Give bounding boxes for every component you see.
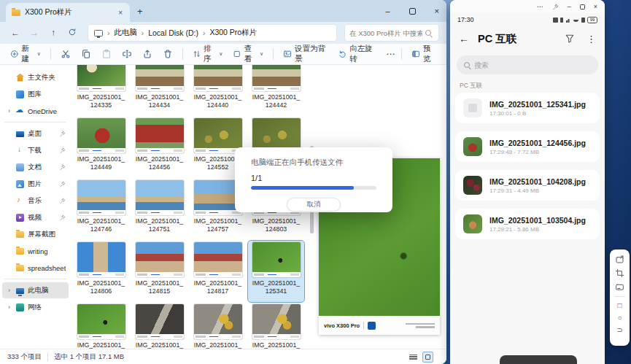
filter-button[interactable] [565, 34, 575, 44]
set-background-button[interactable]: 设置为背景 [279, 42, 332, 66]
transfer-counter: 1/1 [251, 174, 376, 182]
sidebar-item-documents[interactable]: 文档 [2, 159, 69, 175]
sidebar-item-spreadsheet[interactable]: spreadsheet [2, 260, 69, 276]
menu-button[interactable]: ⋮ [587, 34, 596, 44]
close-button[interactable]: × [435, 7, 439, 15]
sidebar-item-music[interactable]: 音乐 [2, 193, 69, 209]
back-button[interactable]: ← [7, 28, 23, 38]
new-button[interactable]: 新建 ∨ [6, 42, 45, 66]
tab-close-button[interactable]: × [117, 9, 124, 17]
cut-button[interactable] [56, 47, 75, 61]
breadcrumb-item[interactable]: 此电脑 [114, 28, 137, 38]
phone-search-input[interactable] [474, 61, 569, 69]
thumbnail-view-button[interactable] [422, 352, 433, 363]
home-button[interactable]: ○ [617, 314, 622, 322]
minimize-button[interactable]: – [385, 7, 390, 15]
sidebar-item-desktop[interactable]: 桌面 [2, 125, 69, 142]
minimize-button[interactable]: – [568, 3, 571, 10]
transfer-file-card[interactable]: IMG_20251001_104208.jpg17:29:31 - 4.49 M… [455, 170, 600, 201]
window-mode-button[interactable] [615, 282, 624, 292]
new-tab-button[interactable]: + [137, 6, 143, 17]
sidebar-item-downloads[interactable]: 下载 [2, 142, 69, 158]
more-options-button[interactable]: ⋯ [382, 49, 400, 59]
screenshot-button[interactable] [615, 255, 624, 264]
file-name-line2: 124442 [248, 101, 304, 109]
breadcrumb-item[interactable]: Local Disk (D:) [148, 28, 198, 37]
file-item[interactable]: IMG_20251001_124806 [73, 241, 129, 302]
divider [273, 48, 274, 60]
rename-button[interactable] [117, 47, 136, 61]
maximize-button[interactable] [409, 8, 416, 15]
cancel-button[interactable]: 取消 [287, 198, 341, 212]
file-item[interactable]: IMG_20251001_125728 [190, 303, 246, 349]
delete-button[interactable] [158, 47, 177, 61]
forward-button[interactable]: → [26, 28, 42, 38]
watermark-brand: vivo X300 Pro [324, 322, 360, 329]
breadcrumb[interactable]: ›此电脑›Local Disk (D:)›X300 Pro样片 [88, 24, 337, 42]
file-item[interactable]: IMG_20251001_124440 [190, 65, 246, 116]
sidebar-item-this-pc[interactable]: ›此电脑 [2, 282, 69, 298]
sidebar-item-screenshots[interactable]: 屏幕截图 [2, 226, 69, 242]
paste-button[interactable] [97, 47, 116, 61]
file-item[interactable]: IMG_20251001_125719 [131, 303, 187, 349]
more-options-button[interactable]: ⋯ [537, 3, 543, 10]
explorer-tab[interactable]: X300 Pro样片 × [6, 3, 130, 22]
file-item[interactable]: IMG_20251001_124335 [73, 65, 129, 116]
sidebar-item-writing[interactable]: writing [2, 243, 69, 259]
sort-button[interactable]: 排序 ∨ [188, 42, 228, 66]
file-name: IMG_20251001_124803 [248, 217, 304, 233]
sidebar-item-network[interactable]: ›网络 [2, 299, 69, 315]
file-item[interactable]: IMG_20251001_125341 [248, 241, 304, 302]
file-item[interactable]: IMG_20251001_124449 [73, 117, 129, 178]
preview-button[interactable]: 预览 [407, 42, 441, 66]
copy-button[interactable] [77, 47, 96, 61]
back-button[interactable]: ← [459, 33, 469, 44]
file-item[interactable]: IMG_20251001_124442 [248, 65, 304, 116]
file-item[interactable]: IMG_20251001_124746 [73, 179, 129, 240]
phone-search-box[interactable] [457, 55, 598, 74]
file-item[interactable]: IMG_20251001_124817 [190, 241, 246, 302]
transfer-file-card[interactable]: IMG_20251001_124456.jpg17:29:48 - 7.72 M… [455, 131, 600, 162]
chevron-down-icon: ∨ [37, 51, 41, 57]
transfer-file-card[interactable]: IMG_20251001_125341.jpg17:30:01 - 0 B [455, 93, 600, 123]
sidebar-item-gallery[interactable]: 图库 [2, 86, 69, 102]
file-name: IMG_20251001_124442 [248, 93, 304, 109]
sidebar-item-home[interactable]: 主文件夹 [2, 69, 69, 85]
expand-chevron-icon[interactable]: › [8, 303, 12, 311]
recents-button[interactable]: □ [617, 301, 622, 309]
nav-back-button[interactable]: ⊃ [616, 326, 622, 334]
share-button[interactable] [138, 47, 157, 61]
pin-window-button[interactable] [552, 4, 559, 10]
breadcrumb-item[interactable]: X300 Pro样片 [209, 28, 257, 38]
search-input[interactable] [349, 29, 422, 37]
file-item[interactable]: IMG_20251001_125734 [248, 303, 304, 349]
photo-watermark [252, 86, 301, 91]
refresh-button[interactable] [64, 28, 80, 39]
file-item[interactable]: IMG_20251001_124456 [131, 117, 187, 178]
rotate-left-button[interactable]: 向左旋转 [333, 42, 380, 66]
transfer-file-card[interactable]: IMG_20251001_103504.jpg17:29:21 - 5.86 M… [455, 209, 600, 239]
view-button[interactable]: 查看 ∨ [228, 42, 268, 66]
maximize-button[interactable] [580, 4, 585, 9]
phone-home-bar[interactable] [500, 355, 577, 364]
section-label: PC 互联 [460, 82, 482, 90]
file-item[interactable]: IMG_20251001_125341_1 [73, 303, 129, 349]
search-box[interactable] [344, 24, 439, 42]
sidebar-item-onedrive[interactable]: ›OneDrive [2, 103, 69, 119]
picture-icon [16, 180, 24, 188]
crop-button[interactable] [615, 268, 624, 278]
close-button[interactable]: × [594, 3, 597, 10]
file-item[interactable]: IMG_20251001_124751 [131, 179, 187, 240]
sidebar-item-pictures[interactable]: 图片 [2, 176, 69, 192]
expand-chevron-icon[interactable]: › [8, 287, 12, 294]
expand-chevron-icon[interactable]: › [8, 107, 12, 115]
file-thumbnail [463, 176, 482, 195]
file-item[interactable]: IMG_20251001_124434 [131, 65, 187, 116]
photo-watermark [77, 148, 125, 153]
signal-icon [566, 18, 571, 23]
list-view-button[interactable] [409, 353, 418, 361]
up-button[interactable]: ↑ [45, 28, 61, 38]
sidebar-item-videos[interactable]: 视频 [2, 209, 69, 225]
file-item[interactable]: IMG_20251001_124815 [131, 241, 187, 302]
file-thumbnail [136, 180, 184, 215]
